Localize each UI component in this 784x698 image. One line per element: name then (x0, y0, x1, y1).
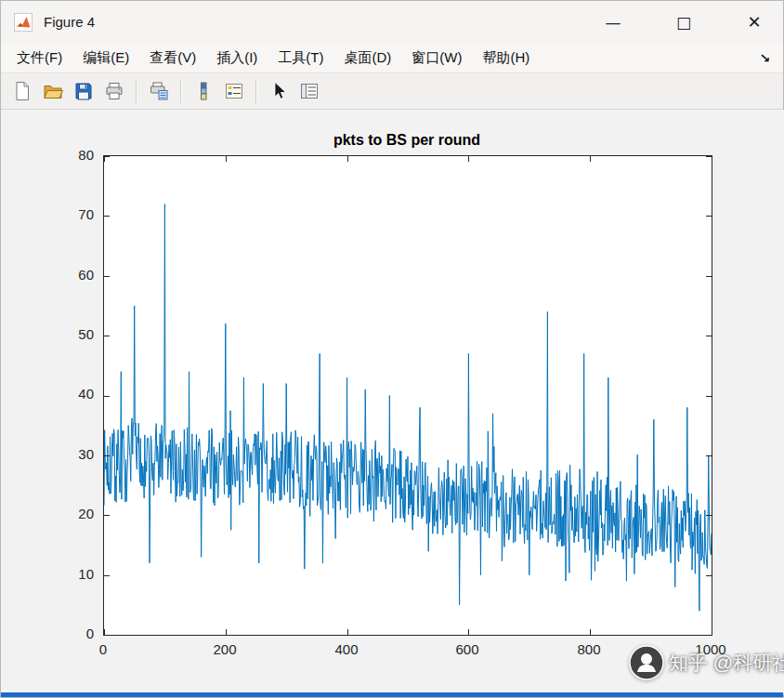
menu-item-help[interactable]: 帮助(H) (472, 46, 540, 71)
watermark-avatar-icon (629, 645, 664, 680)
y-tick-label: 70 (55, 206, 94, 223)
figure-canvas-area: pkts to BS per round 80 70 60 50 40 30 2… (1, 110, 784, 694)
x-tick-label: 400 (314, 641, 379, 658)
open-file-icon (43, 81, 63, 101)
x-tick-label: 800 (556, 641, 621, 658)
plot-title: pkts to BS per round (103, 132, 711, 149)
x-tick-label: 1000 (678, 641, 743, 658)
toolbar-separator (255, 80, 256, 103)
y-tick-label: 0 (55, 626, 94, 642)
x-tick-label: 200 (192, 641, 257, 658)
toolbar-separator (180, 80, 181, 103)
y-tick-label: 30 (55, 446, 94, 463)
y-tick-label: 10 (55, 566, 94, 583)
titlebar: Figure 4 — □ ✕ (1, 1, 783, 43)
colorbar-icon (193, 81, 214, 101)
close-button[interactable]: ✕ (740, 8, 768, 36)
bottom-edge-strip (1, 692, 783, 697)
menubar: 文件(F) 编辑(E) 查看(V) 插入(I) 工具(T) 桌面(D) 窗口(W… (1, 43, 783, 73)
print-button[interactable] (99, 77, 128, 105)
y-tick-label: 80 (55, 147, 94, 164)
menu-item-view[interactable]: 查看(V) (139, 46, 206, 71)
insert-legend-icon (224, 81, 244, 101)
y-tick-label: 20 (55, 506, 94, 522)
window-controls: — □ ✕ (599, 1, 768, 43)
save-icon (73, 81, 94, 101)
minimize-button[interactable]: — (599, 8, 627, 36)
colorbar-button[interactable] (189, 77, 217, 105)
y-tick-label: 60 (55, 267, 94, 283)
toolbar-separator (136, 80, 137, 103)
matlab-figure-window: Figure 4 — □ ✕ 文件(F) 编辑(E) 查看(V) 插入(I) 工… (0, 0, 784, 698)
print-preview-button[interactable] (144, 77, 173, 105)
dock-arrow-icon[interactable]: ↘ (760, 51, 771, 65)
pointer-button[interactable] (264, 77, 293, 105)
menu-item-desktop[interactable]: 桌面(D) (333, 46, 401, 71)
menu-item-tools[interactable]: 工具(T) (268, 46, 333, 71)
open-file-button[interactable] (38, 77, 67, 105)
new-file-icon (12, 81, 33, 101)
menu-item-file[interactable]: 文件(F) (7, 46, 72, 71)
print-icon (104, 81, 124, 101)
x-tick-label: 0 (71, 641, 136, 658)
maximize-button[interactable]: □ (670, 8, 698, 36)
matlab-icon (14, 13, 33, 32)
pointer-icon (268, 81, 289, 101)
print-preview-icon (149, 81, 169, 101)
x-tick-label: 600 (435, 641, 500, 658)
property-inspector-button[interactable] (294, 77, 323, 105)
y-tick-label: 50 (55, 326, 94, 343)
save-button[interactable] (69, 77, 98, 105)
new-file-button[interactable] (7, 77, 36, 105)
line-plot (103, 155, 712, 636)
figure-toolbar (1, 73, 783, 110)
y-tick-label: 40 (55, 386, 94, 402)
menu-item-insert[interactable]: 插入(I) (206, 46, 268, 71)
window-title: Figure 4 (44, 14, 95, 30)
property-inspector-icon (299, 81, 320, 101)
menu-item-window[interactable]: 窗口(W) (401, 46, 472, 71)
menu-item-edit[interactable]: 编辑(E) (72, 46, 139, 71)
insert-legend-button[interactable] (219, 77, 248, 105)
